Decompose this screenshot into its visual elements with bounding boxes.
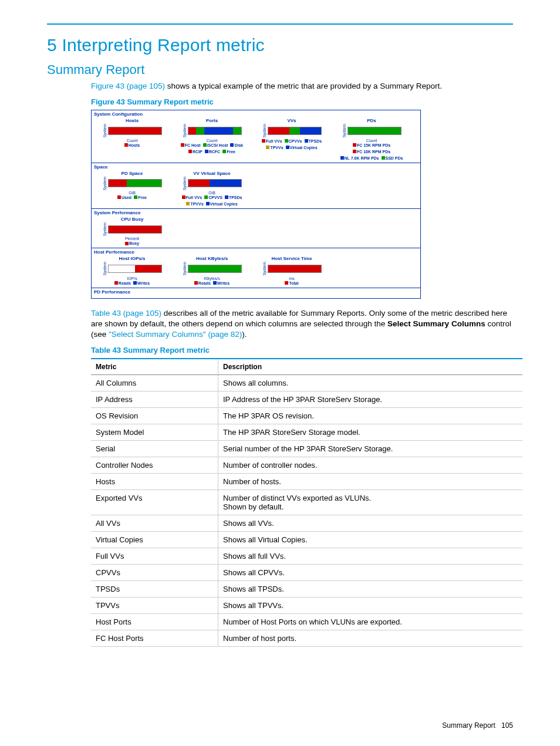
bar-chart xyxy=(268,127,322,135)
table-row: CPVVsShows all CPVVs. xyxy=(91,565,522,581)
bar-chart xyxy=(108,127,162,135)
legend-swatch xyxy=(182,195,185,199)
legend-item: CPVVS xyxy=(204,195,222,200)
metric-cell: FC Host Ports xyxy=(91,630,218,647)
description-cell: Number of distinct VVs exported as VLUNs… xyxy=(218,490,523,515)
y-axis-label: System xyxy=(103,124,107,137)
legend-item: RCIP xyxy=(188,150,203,154)
figure-section-title: System Configuration xyxy=(94,112,418,117)
figure-ref-link[interactable]: Figure 43 (page 105) xyxy=(91,82,165,90)
legend-item: TPSDs xyxy=(225,195,242,200)
table-row: OS RevisionThe HP 3PAR OS revision. xyxy=(91,408,522,424)
legend-item: Writes xyxy=(133,281,150,285)
legend-swatch xyxy=(305,139,308,143)
intro-paragraph: Figure 43 (page 105) shows a typical exa… xyxy=(47,81,513,92)
legend-item: iSCSI Host xyxy=(203,143,228,147)
description-cell: Shows all CPVVs. xyxy=(218,565,523,581)
legend-label: Virtual Copies xyxy=(210,202,238,206)
legend-item: FC 15K RPM PDs xyxy=(353,143,390,147)
legend-item: SSD PDs xyxy=(382,156,403,160)
legend-label: Writes xyxy=(217,281,230,285)
table-header-row: Metric Description xyxy=(91,359,522,375)
legend-swatch xyxy=(203,143,207,147)
panel-title: Ports xyxy=(206,118,218,123)
table-row: All ColumnsShows all columns. xyxy=(91,375,522,391)
chart-panel: CPU BusySystemPercentBusy xyxy=(94,217,170,245)
description-cell: Shows all TPVVs. xyxy=(218,598,523,614)
legend-label: iSCSI Host xyxy=(207,143,228,147)
bar-chart xyxy=(348,127,402,135)
legend: ReadsWrites xyxy=(114,281,150,285)
description-cell: Number of hosts. xyxy=(218,474,523,490)
legend-item: FC Host xyxy=(181,143,201,147)
legend-swatch xyxy=(286,146,289,149)
legend-label: TPVVs xyxy=(270,146,283,150)
legend-item: CPVVs xyxy=(285,139,302,143)
table-row: Host PortsNumber of Host Ports on which … xyxy=(91,614,522,630)
legend-label: NL 7.0K RPM PDs xyxy=(345,156,379,160)
legend-label: Free xyxy=(138,195,147,200)
bar-chart xyxy=(188,127,242,135)
chart-panel: PDsSystemCountFC 15K RPM PDsFC 10K RPM P… xyxy=(333,118,410,160)
y-axis-label: System xyxy=(103,222,107,236)
legend-label: TPSDs xyxy=(309,139,322,143)
bar-segment xyxy=(109,180,127,187)
legend-item: Used xyxy=(117,195,131,200)
metric-cell: All VVs xyxy=(91,515,218,532)
y-axis-label: System xyxy=(103,262,107,275)
legend-swatch xyxy=(266,146,269,149)
legend: Busy xyxy=(125,241,139,245)
legend-swatch xyxy=(285,281,288,285)
select-columns-link[interactable]: "Select Summary Columns" (page 82) xyxy=(109,330,242,339)
description-cell: Shows all Virtual Copies. xyxy=(218,532,523,548)
x-axis-label: KBytes/s xyxy=(204,276,220,281)
table-row: TPSDsShows all TPSDs. xyxy=(91,581,522,598)
legend-label: Virtual Copies xyxy=(290,146,318,150)
table-row: Controller NodesNumber of controller nod… xyxy=(91,457,522,474)
legend-item: TPVVs xyxy=(266,146,283,150)
figure-caption: Figure 43 Summary Report metric xyxy=(91,97,513,106)
metric-cell: System Model xyxy=(91,424,218,441)
legend-swatch xyxy=(188,150,192,153)
legend-swatch xyxy=(340,156,344,160)
table-row: All VVsShows all VVs. xyxy=(91,515,522,532)
legend-swatch xyxy=(124,143,128,147)
page-footer: Summary Report 105 xyxy=(442,721,513,730)
section-title: Summary Report xyxy=(47,62,513,77)
panel-title: PDs xyxy=(367,118,376,123)
table-ref-link[interactable]: Table 43 (page 105) xyxy=(91,309,161,318)
legend-label: FC Host xyxy=(185,143,201,147)
chapter-title: 5 Interpreting Report metric xyxy=(47,35,513,55)
legend-item: RCFC xyxy=(205,150,220,154)
legend-label: Reads xyxy=(198,281,211,285)
bar-segment xyxy=(109,265,135,272)
bar-segment xyxy=(188,180,210,187)
legend-swatch xyxy=(382,156,385,160)
legend-swatch xyxy=(114,281,118,285)
x-axis-label: Count xyxy=(207,139,218,143)
legend-label: Hosts xyxy=(129,143,140,147)
x-axis-label: Count xyxy=(127,139,138,143)
bar-segment xyxy=(135,265,161,272)
legend-item: NL 7.0K RPM PDs xyxy=(340,156,379,160)
metric-cell: Exported VVs xyxy=(91,490,218,515)
bar-segment xyxy=(268,127,289,134)
chart-panel: PortsSystemCountFC HostiSCSI HostDiskRCI… xyxy=(174,118,250,160)
description-cell: Number of Host Ports on which VLUNs are … xyxy=(218,614,523,630)
y-axis-label: System xyxy=(342,124,346,137)
footer-page: 105 xyxy=(501,721,513,730)
table-row: System ModelThe HP 3PAR StoreServ Storag… xyxy=(91,424,522,441)
bar-chart xyxy=(188,265,242,273)
bar-segment xyxy=(210,180,241,187)
chart-panel: PD SpaceSystemGiBUsedFree xyxy=(94,171,170,206)
chart-panel: Host KBytes/sSystemKBytes/sReadsWrites xyxy=(174,256,250,285)
y-axis-label: System xyxy=(262,262,266,275)
legend-swatch xyxy=(204,195,208,199)
bar-segment xyxy=(196,127,204,134)
legend-label: Full VVs xyxy=(266,139,282,143)
legend-label: RCFC xyxy=(209,150,220,154)
legend-item: Virtual Copies xyxy=(206,202,238,206)
legend-swatch xyxy=(353,150,356,153)
legend-swatch xyxy=(225,195,228,199)
figure-section: SpacePD SpaceSystemGiBUsedFreeVV Virtual… xyxy=(92,163,420,208)
